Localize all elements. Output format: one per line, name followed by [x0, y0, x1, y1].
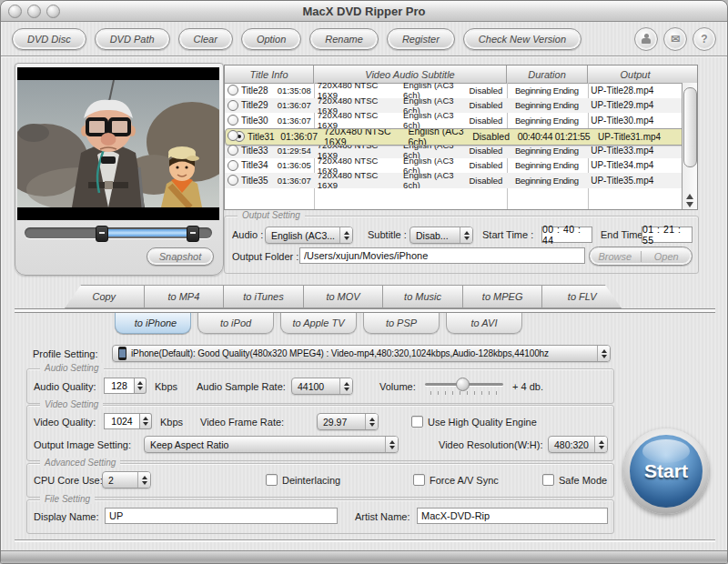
image-setting-select[interactable]: Keep Aspect Ratio [144, 436, 399, 453]
row-radio[interactable] [228, 100, 238, 111]
audio-label: Audio : [232, 229, 263, 240]
tab-to-iphone[interactable]: to iPhone [115, 313, 191, 334]
advanced-setting-legend: Advanced Setting [40, 458, 120, 468]
scroll-up-icon[interactable] [686, 194, 693, 199]
cpu-core-label: CPU Core Use: [34, 475, 103, 486]
sample-rate-select[interactable]: 44100 [291, 378, 353, 395]
row-duration: Beginning Ending [506, 83, 587, 98]
end-time-field[interactable]: 01 : 21 : 55 [642, 227, 693, 243]
open-button[interactable]: Open [642, 251, 693, 262]
output-folder-label: Output Folder : [232, 251, 298, 262]
tab-to-mp4[interactable]: to MP4 [145, 285, 225, 308]
trim-range [101, 229, 190, 237]
browse-open-buttons: Browse Open [589, 247, 693, 266]
tab-to-mpeg[interactable]: to MPEG [463, 285, 543, 308]
table-header: Title Info Video Audio Subtitle Duration… [225, 65, 697, 84]
table-row[interactable]: Title3501:36:07720X480 NTSC 16X9English … [225, 173, 682, 188]
table-row[interactable]: Title3001:36:07720X480 NTSC 16X9English … [225, 113, 682, 128]
display-name-input[interactable] [105, 508, 338, 524]
account-button[interactable] [634, 27, 658, 51]
toolbar-button-check-new-version[interactable]: Check New Version [463, 28, 581, 50]
toolbar-button-dvd-disc[interactable]: DVD Disc [12, 28, 86, 50]
frame-rate-select[interactable]: 29.97 [317, 413, 379, 430]
row-length: 01:36:07 [278, 176, 311, 186]
trim-slider[interactable] [25, 227, 212, 238]
start-button[interactable]: Start [623, 428, 709, 514]
tab-to-music[interactable]: to Music [383, 285, 463, 308]
row-title: Title29 [241, 100, 268, 110]
scroll-down-icon[interactable] [686, 202, 693, 207]
toolbar-button-clear[interactable]: Clear [178, 28, 233, 50]
table-row[interactable]: Title3401:36:05720X480 NTSC 16X9English … [225, 158, 682, 174]
row-length: 01:36:05 [278, 160, 311, 170]
tab-to-apple-tv[interactable]: to Apple TV [280, 313, 357, 334]
contact-button[interactable]: ✉ [663, 27, 687, 51]
safe-mode-checkbox[interactable] [542, 474, 554, 486]
table-row[interactable]: Title3101:36:07720X480 NTSC 16X9English … [225, 128, 682, 146]
bottom-groove [15, 539, 715, 542]
browse-button[interactable]: Browse [590, 251, 642, 262]
deinterlacing-checkbox[interactable] [266, 474, 278, 486]
safe-mode-label: Safe Mode [559, 475, 607, 486]
resolution-label: Video Resolution(W:H): [439, 439, 543, 450]
artist-name-input[interactable] [417, 508, 608, 524]
header-duration[interactable]: Duration [507, 65, 588, 83]
hq-engine-checkbox[interactable] [411, 416, 423, 428]
audio-quality-stepper[interactable]: 128 [104, 378, 147, 394]
tab-to-itunes[interactable]: to iTunes [224, 285, 304, 308]
help-button[interactable]: ? [693, 27, 716, 51]
table-row[interactable]: Title2801:35:08720X480 NTSC 16X9English … [225, 83, 682, 98]
cpu-core-select[interactable]: 2 [102, 471, 151, 488]
video-preview[interactable] [17, 67, 219, 220]
row-radio[interactable] [228, 115, 238, 126]
snapshot-button[interactable]: Snapshot [147, 247, 214, 266]
title-bar: MacX DVD Ripper Pro [1, 1, 727, 22]
toolbar-button-option[interactable]: Option [241, 28, 301, 50]
row-radio[interactable] [228, 85, 238, 96]
toolbar-button-register[interactable]: Register [387, 28, 455, 50]
start-time-field[interactable]: 00 : 40 : 44 [541, 227, 592, 243]
trim-handle-left[interactable] [96, 226, 108, 242]
header-video-audio-subtitle[interactable]: Video Audio Subtitle [314, 65, 507, 83]
toolbar-button-rename[interactable]: Rename [309, 28, 379, 50]
stepper-icon [135, 378, 147, 394]
subtitle-select[interactable]: Disab... [410, 227, 473, 244]
row-video-format: 720X480 NTSC 16X9 [318, 83, 396, 98]
toolbar-button-dvd-path[interactable]: DVD Path [95, 28, 170, 50]
window-bottom-bezel [1, 550, 727, 564]
slider-thumb[interactable] [456, 378, 470, 391]
vertical-scrollbar[interactable] [682, 83, 697, 209]
tab-to-avi[interactable]: to AVI [446, 313, 522, 334]
video-setting-legend: Video Setting [40, 399, 103, 409]
row-radio[interactable] [228, 175, 238, 186]
stepper-icon [597, 346, 610, 361]
row-title: Title35 [241, 176, 268, 186]
header-title-info[interactable]: Title Info [225, 65, 314, 83]
row-subtitle: Disabled [469, 146, 502, 156]
force-av-sync-checkbox[interactable] [413, 474, 425, 486]
output-folder-input[interactable] [299, 247, 585, 264]
tab-to-ipod[interactable]: to iPod [197, 313, 274, 334]
row-radio[interactable] [228, 160, 238, 171]
row-radio[interactable] [228, 130, 238, 141]
header-output[interactable]: Output [588, 65, 682, 83]
profile-select[interactable]: iPhone(Default): Good Quality(480x320 MP… [112, 345, 611, 362]
volume-slider[interactable] [425, 377, 503, 395]
trim-handle-right[interactable] [187, 226, 199, 242]
scroll-thumb[interactable] [683, 87, 697, 167]
table-row[interactable]: Title2901:36:07720X480 NTSC 16X9English … [225, 98, 682, 114]
start-button-face: Start [630, 435, 703, 508]
tab-to-flv[interactable]: to FLV [542, 285, 622, 308]
resolution-select[interactable]: 480:320 [548, 436, 608, 453]
row-output: UP-Title30.mp4 [587, 113, 682, 128]
tab-copy[interactable]: Copy [65, 285, 145, 308]
row-radio[interactable] [228, 145, 238, 156]
row-length: 01:36:07 [280, 131, 318, 142]
audio-select[interactable]: English (AC3... [265, 227, 353, 244]
tab-to-psp[interactable]: to PSP [363, 313, 440, 334]
row-audio: English (AC3 6ch) [403, 83, 469, 98]
row-duration: Beginning Ending [506, 98, 587, 114]
video-quality-stepper[interactable]: 1024 [104, 413, 152, 429]
row-length: 01:35:08 [278, 86, 311, 96]
tab-to-mov[interactable]: to MOV [304, 285, 384, 308]
